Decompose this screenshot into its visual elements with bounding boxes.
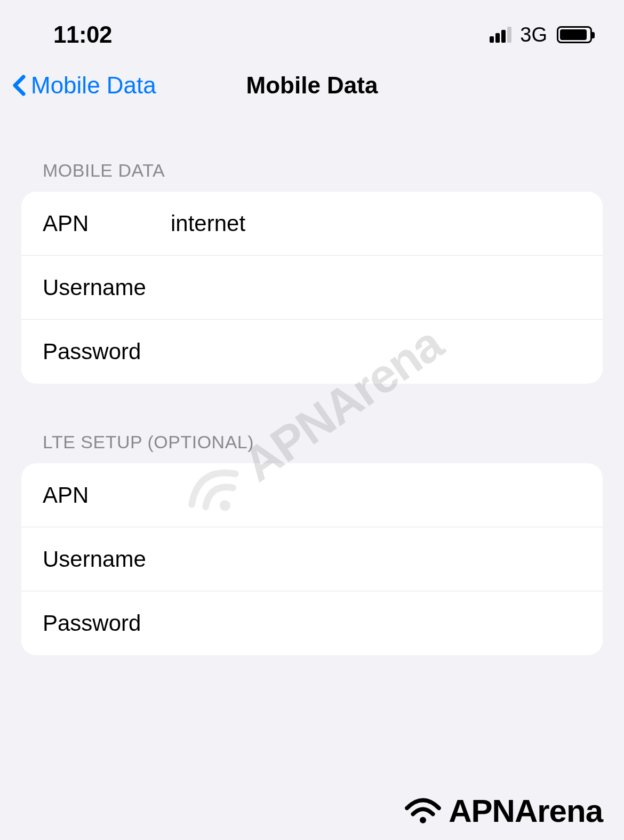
row-label: Password [43, 339, 171, 364]
form-row-lte-username[interactable]: Username [21, 527, 603, 591]
back-label: Mobile Data [31, 72, 156, 99]
section-header-lte-setup: LTE SETUP (OPTIONAL) [21, 432, 603, 463]
password-input[interactable] [171, 339, 581, 364]
content-area: MOBILE DATA APN Username Password LTE SE… [0, 117, 624, 655]
row-label: APN [43, 482, 171, 508]
section-mobile-data: APN Username Password [21, 192, 603, 384]
row-label: Username [43, 275, 171, 300]
status-time: 11:02 [53, 21, 112, 48]
lte-apn-input[interactable] [171, 482, 581, 508]
battery-icon [557, 26, 592, 43]
back-button[interactable]: Mobile Data [11, 72, 156, 99]
svg-point-1 [420, 817, 426, 823]
row-label: Password [43, 611, 171, 636]
status-bar: 11:02 3G [0, 0, 624, 59]
form-row-username[interactable]: Username [21, 256, 603, 320]
row-label: Username [43, 546, 171, 572]
row-label: APN [43, 211, 171, 236]
signal-icon [490, 27, 511, 43]
apn-input[interactable] [171, 211, 581, 236]
form-row-password[interactable]: Password [21, 320, 603, 384]
lte-password-input[interactable] [171, 611, 581, 636]
username-input[interactable] [171, 275, 581, 300]
form-row-apn[interactable]: APN [21, 192, 603, 256]
network-type-label: 3G [520, 23, 547, 46]
form-row-lte-password[interactable]: Password [21, 591, 603, 655]
status-right: 3G [490, 23, 592, 46]
chevron-left-icon [11, 74, 28, 97]
section-header-mobile-data: MOBILE DATA [21, 160, 603, 192]
watermark-bottom: APNArena [402, 793, 603, 829]
navigation-bar: Mobile Data Mobile Data [0, 59, 624, 117]
form-row-lte-apn[interactable]: APN [21, 463, 603, 527]
wifi-icon [402, 794, 444, 828]
lte-username-input[interactable] [171, 546, 581, 572]
watermark-text: APNArena [449, 793, 603, 829]
section-lte-setup: APN Username Password [21, 463, 603, 655]
